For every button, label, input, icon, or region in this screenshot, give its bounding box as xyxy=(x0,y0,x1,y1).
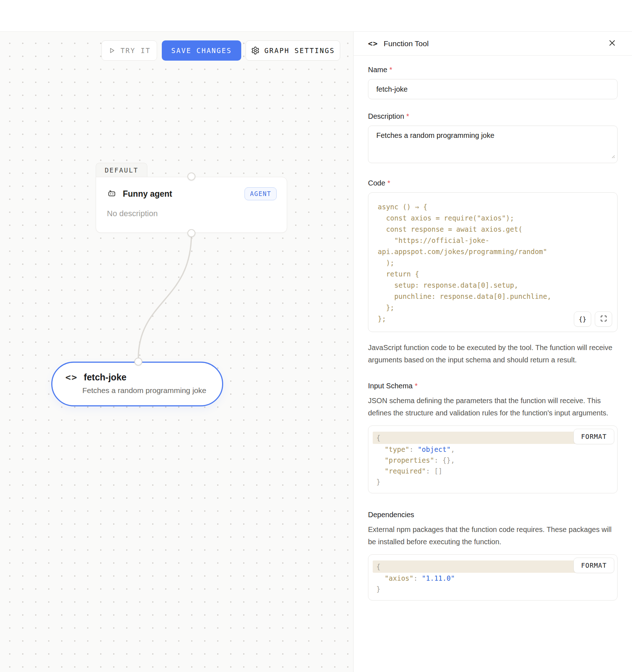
description-field-group: Description* Fetches a random programmin… xyxy=(368,112,618,163)
description-label: Description* xyxy=(368,112,618,121)
try-it-label: TRY IT xyxy=(121,47,151,54)
format-braces-button[interactable]: {} xyxy=(574,311,591,327)
input-schema-label: Input Schema* xyxy=(368,382,618,390)
format-button[interactable]: FORMAT xyxy=(573,429,614,444)
graph-settings-label: GRAPH SETTINGS xyxy=(264,47,335,54)
dependencies-group: Dependencies External npm packages that … xyxy=(368,511,618,601)
agent-node-description: No description xyxy=(96,200,287,218)
input-schema-editor[interactable]: { "type": "object", "properties": {}, "r… xyxy=(368,426,618,493)
graph-canvas[interactable]: TRY IT SAVE CHANGES GRAPH SETTINGS DEFAU… xyxy=(0,32,353,672)
input-schema-help-text: JSON schema defining the parameters that… xyxy=(368,394,618,419)
graph-settings-button[interactable]: GRAPH SETTINGS xyxy=(246,40,340,61)
code-icon: <> xyxy=(65,372,78,383)
dependencies-editor[interactable]: { "axios": "1.11.0"} FORMAT xyxy=(368,554,618,601)
required-marker: * xyxy=(389,66,392,74)
robot-icon xyxy=(107,188,117,200)
panel-title: Function Tool xyxy=(384,39,607,48)
name-label: Name* xyxy=(368,66,618,74)
play-icon xyxy=(108,47,116,54)
agent-bottom-handle[interactable] xyxy=(187,229,195,237)
top-bar xyxy=(0,0,632,32)
expand-icon xyxy=(600,315,607,323)
try-it-button[interactable]: TRY IT xyxy=(101,40,157,61)
edge-agent-to-tool xyxy=(0,32,353,672)
dependencies-help-text: External npm packages that the function … xyxy=(368,523,618,548)
name-field-group: Name* xyxy=(368,66,618,99)
required-marker: * xyxy=(415,382,417,390)
agent-node[interactable]: Funny agent AGENT No description xyxy=(96,177,287,233)
save-changes-button[interactable]: SAVE CHANGES xyxy=(162,40,241,61)
code-content[interactable]: async () ⇒ { const axios = require("axio… xyxy=(378,201,608,324)
code-label: Code* xyxy=(368,179,618,187)
expand-fullscreen-button[interactable] xyxy=(595,311,612,327)
tool-node-title: fetch-joke xyxy=(84,372,126,383)
gear-icon xyxy=(251,46,260,55)
dependencies-label: Dependencies xyxy=(368,511,618,519)
required-marker: * xyxy=(388,179,390,187)
tool-node-fetch-joke[interactable]: <> fetch-joke Fetches a random programmi… xyxy=(51,362,223,406)
agent-node-title: Funny agent xyxy=(123,189,238,199)
code-field-group: Code* async () ⇒ { const axios = require… xyxy=(368,179,618,366)
save-changes-label: SAVE CHANGES xyxy=(171,47,231,54)
code-help-text: JavaScript function code to be executed … xyxy=(368,341,618,366)
group-tab-label: DEFAULT xyxy=(105,166,138,174)
input-schema-group: Input Schema* JSON schema defining the p… xyxy=(368,382,618,493)
tool-top-handle[interactable] xyxy=(134,358,142,366)
agent-badge: AGENT xyxy=(244,187,277,200)
required-marker: * xyxy=(406,112,409,120)
braces-icon: {} xyxy=(579,315,586,323)
close-panel-button[interactable] xyxy=(607,38,617,49)
name-input[interactable] xyxy=(368,79,618,99)
function-tool-panel: <> Function Tool Name* Description* xyxy=(353,32,632,672)
code-icon: <> xyxy=(368,39,378,48)
group-tab-default[interactable]: DEFAULT xyxy=(96,163,147,177)
code-editor[interactable]: async () ⇒ { const axios = require("axio… xyxy=(368,192,618,332)
panel-header: <> Function Tool xyxy=(354,32,632,56)
agent-top-handle[interactable] xyxy=(187,173,195,180)
close-icon xyxy=(607,38,617,49)
tool-node-description: Fetches a random programming joke xyxy=(52,383,222,395)
description-textarea[interactable]: Fetches a random programming joke xyxy=(368,126,618,163)
format-button[interactable]: FORMAT xyxy=(573,558,614,573)
